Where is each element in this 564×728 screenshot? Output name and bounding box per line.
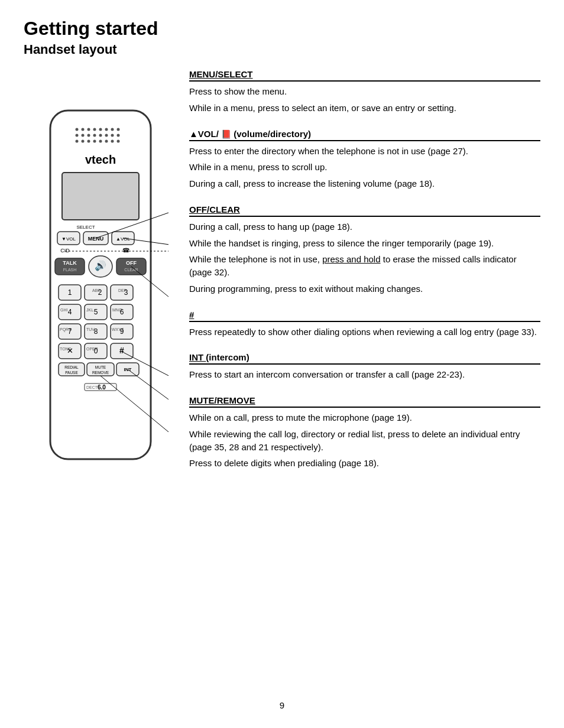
mute-remove-desc-3: Press to delete digits when predialing (… (189, 457, 540, 470)
svg-text:5: 5 (94, 308, 98, 316)
svg-point-3 (87, 128, 90, 131)
svg-text:3: 3 (124, 288, 128, 297)
svg-text:☎: ☎ (122, 247, 129, 254)
svg-point-18 (82, 140, 85, 143)
svg-text:0: 0 (94, 347, 98, 355)
svg-point-22 (105, 140, 108, 143)
svg-point-16 (117, 134, 120, 137)
section-title-hash: # (189, 310, 540, 322)
content-area: vtech SELECT ▼VOL MENU ▲VOL CID ☎ (24, 69, 540, 694)
svg-point-9 (76, 134, 79, 137)
svg-text:JKL: JKL (86, 308, 93, 312)
svg-point-15 (111, 134, 114, 137)
menu-select-desc-1: Press to show the menu. (189, 85, 540, 98)
section-vol: ▲VOL/ 📕 (volume/directory) Press to ente… (189, 129, 540, 194)
vol-desc-3: During a call, press to increase the lis… (189, 177, 540, 190)
off-clear-desc-1: During a call, press to hang up (page 18… (189, 220, 540, 233)
svg-point-6 (105, 128, 108, 131)
section-body-mute-remove: While on a call, press to mute the micro… (189, 411, 540, 470)
svg-point-14 (105, 134, 108, 137)
svg-text:REDIAL: REDIAL (64, 365, 79, 369)
svg-point-13 (99, 134, 102, 137)
svg-point-19 (87, 140, 90, 143)
svg-rect-26 (62, 173, 139, 220)
svg-text:🔊: 🔊 (95, 260, 106, 271)
section-title-mute-remove: MUTE/REMOVE (189, 395, 540, 408)
page-number: 9 (24, 694, 540, 710)
section-body-vol: Press to enter the directory when the te… (189, 145, 540, 190)
svg-point-20 (93, 140, 96, 143)
mute-remove-desc-2: While reviewing the call log, directory … (189, 428, 540, 454)
off-clear-desc-2: While the handset is ringing, press to s… (189, 237, 540, 250)
svg-text:OFF: OFF (126, 260, 137, 266)
section-title-menu-select: MENU/SELECT (189, 69, 540, 82)
section-body-hash: Press repeatedly to show other dialing o… (189, 326, 540, 339)
svg-text:REMOVE: REMOVE (92, 370, 109, 375)
svg-point-24 (117, 140, 120, 143)
int-desc-1: Press to start an intercom conversation … (189, 368, 540, 381)
hash-desc-1: Press repeatedly to show other dialing o… (189, 326, 540, 339)
svg-text:6: 6 (120, 308, 124, 316)
svg-point-21 (99, 140, 102, 143)
section-body-menu-select: Press to show the menu. While in a menu,… (189, 85, 540, 115)
svg-text:1: 1 (68, 288, 72, 297)
svg-text:GHI: GHI (60, 308, 68, 312)
svg-point-1 (76, 128, 79, 131)
off-clear-desc-4: During programming, press to exit withou… (189, 282, 540, 295)
mute-remove-desc-1: While on a call, press to mute the micro… (189, 411, 540, 424)
handset-column: vtech SELECT ▼VOL MENU ▲VOL CID ☎ (24, 69, 177, 694)
svg-point-7 (111, 128, 114, 131)
svg-point-17 (76, 140, 79, 143)
svg-text:8: 8 (94, 327, 98, 336)
svg-point-10 (82, 134, 85, 137)
section-mute-remove: MUTE/REMOVE While on a call, press to mu… (189, 395, 540, 473)
svg-text:CLEAR: CLEAR (124, 268, 138, 272)
section-menu-select: MENU/SELECT Press to show the menu. Whil… (189, 69, 540, 118)
svg-text:#: # (119, 346, 124, 355)
handset-diagram: vtech SELECT ▼VOL MENU ▲VOL CID ☎ (33, 105, 168, 471)
svg-text:▼VOL: ▼VOL (61, 236, 76, 242)
svg-text:SELECT: SELECT (76, 225, 95, 230)
svg-point-2 (82, 128, 85, 131)
section-body-int: Press to start an intercom conversation … (189, 368, 540, 381)
svg-point-5 (99, 128, 102, 131)
off-clear-desc-3: While the telephone is not in use, press… (189, 253, 540, 279)
page-subtitle: Handset layout (24, 42, 540, 57)
vol-desc-2: While in a menu, press to scroll up. (189, 161, 540, 174)
svg-text:2: 2 (98, 288, 102, 297)
section-off-clear: OFF/CLEAR During a call, press to hang u… (189, 204, 540, 299)
svg-text:MUTE: MUTE (95, 365, 106, 369)
page: Getting started Handset layout (0, 0, 564, 728)
svg-rect-46 (85, 285, 107, 300)
svg-text:TALK: TALK (63, 260, 77, 266)
section-int: INT (intercom) Press to start an interco… (189, 352, 540, 385)
svg-text:6.0: 6.0 (98, 384, 106, 391)
section-title-vol: ▲VOL/ 📕 (volume/directory) (189, 129, 540, 141)
svg-text:DECT: DECT (86, 385, 98, 389)
descriptions-column: MENU/SELECT Press to show the menu. Whil… (189, 69, 540, 694)
svg-rect-49 (111, 285, 133, 300)
svg-text:FLASH: FLASH (63, 268, 77, 272)
svg-text:vtech: vtech (85, 153, 116, 166)
svg-text:4: 4 (68, 308, 72, 316)
page-title: Getting started (24, 18, 540, 40)
svg-text:7: 7 (68, 327, 72, 336)
section-title-off-clear: OFF/CLEAR (189, 204, 540, 217)
section-title-int: INT (intercom) (189, 352, 540, 365)
svg-point-11 (87, 134, 90, 137)
section-body-off-clear: During a call, press to hang up (page 18… (189, 220, 540, 295)
svg-text:9: 9 (120, 327, 124, 336)
svg-point-12 (93, 134, 96, 137)
svg-text:✕: ✕ (67, 346, 73, 355)
svg-text:PAUSE: PAUSE (65, 370, 78, 375)
svg-text:CID: CID (60, 248, 70, 254)
menu-select-desc-2: While in a menu, press to select an item… (189, 102, 540, 115)
svg-point-4 (93, 128, 96, 131)
vol-desc-1: Press to enter the directory when the te… (189, 145, 540, 158)
svg-point-23 (111, 140, 114, 143)
section-hash: # Press repeatedly to show other dialing… (189, 310, 540, 342)
svg-text:MENU: MENU (88, 236, 104, 242)
svg-point-8 (117, 128, 120, 131)
